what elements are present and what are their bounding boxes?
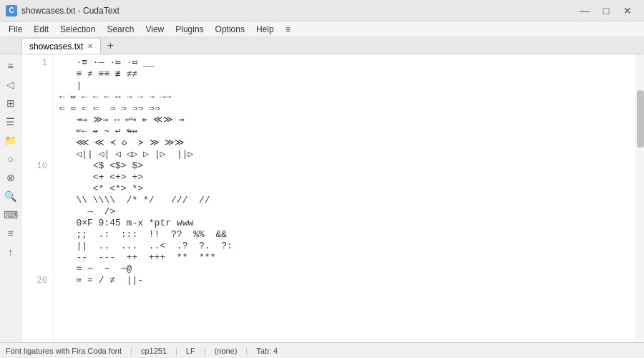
tab-close-icon[interactable]: ✕ bbox=[87, 42, 93, 50]
status-tab-info: Tab: 4 bbox=[256, 347, 278, 355]
line-number bbox=[24, 263, 47, 275]
code-line: | bbox=[59, 80, 630, 92]
line-number bbox=[24, 69, 47, 80]
sidebar: ≡ ◁ ⊞ ☰ 📁 ○ ⊗ 🔍 ⌨ ≡ ↑ bbox=[0, 54, 21, 342]
statusbar: Font ligatures with Fira Coda font | cp1… bbox=[0, 342, 644, 358]
code-line: \\ \\\\ /* */ /// // bbox=[59, 195, 630, 206]
status-encoding: cp1251 bbox=[141, 347, 167, 355]
line-number bbox=[24, 172, 47, 183]
menu-item-selection[interactable]: Selection bbox=[54, 23, 101, 36]
menu-item-search[interactable]: Search bbox=[101, 23, 140, 36]
line-number bbox=[24, 309, 47, 321]
menu-item-plugins[interactable]: Plugins bbox=[170, 23, 209, 36]
window-controls: — □ ✕ bbox=[574, 0, 638, 21]
maximize-button[interactable]: □ bbox=[595, 0, 617, 21]
code-line: -- --- ++ +++ ** *** bbox=[59, 252, 630, 263]
sidebar-icon-back[interactable]: ◁ bbox=[2, 76, 19, 93]
code-line: ⋘ ≪ ≺ ◇ ≻ ≫ ≫≫ bbox=[59, 137, 630, 149]
line-number bbox=[24, 80, 47, 92]
code-line: ≃ ≈ / ≠ ||- bbox=[59, 275, 630, 286]
code-line: ⇥⇒ ≫⇒ ↔ ↩↪ ↞ ≪≫ ⇝ bbox=[59, 115, 630, 126]
line-number bbox=[24, 103, 47, 115]
line-number bbox=[24, 149, 47, 160]
line-number bbox=[24, 126, 47, 137]
scrollbar-thumb[interactable] bbox=[637, 90, 644, 147]
code-line: ← ↚ ← ← ← ↔ → → → →→ bbox=[59, 92, 630, 103]
sidebar-icon-keyboard[interactable]: ⌨ bbox=[2, 206, 19, 223]
line-number bbox=[24, 218, 47, 229]
tab-showcases[interactable]: showcases.txt ✕ bbox=[21, 38, 101, 54]
tabbar: showcases.txt ✕ + bbox=[0, 37, 644, 54]
menu-item-[interactable]: ≡ bbox=[280, 23, 296, 36]
status-line-ending: LF bbox=[186, 347, 195, 355]
line-number bbox=[24, 286, 47, 298]
sidebar-icon-grid[interactable]: ⊞ bbox=[2, 95, 19, 112]
line-number bbox=[24, 183, 47, 195]
sidebar-icon-folder[interactable]: 📁 bbox=[2, 132, 19, 149]
line-number: 10 bbox=[24, 160, 47, 172]
menu-item-edit[interactable]: Edit bbox=[28, 23, 54, 36]
code-line: ·≡ ·— ·≔ ·≕ __ bbox=[59, 57, 630, 69]
code-line: <* <*> *> bbox=[59, 183, 630, 195]
sidebar-icon-search[interactable]: 🔍 bbox=[2, 188, 19, 205]
minimize-button[interactable]: — bbox=[574, 0, 595, 21]
line-number bbox=[24, 137, 47, 149]
sidebar-icon-up[interactable]: ↑ bbox=[2, 243, 19, 261]
line-number bbox=[24, 252, 47, 263]
app-icon: C bbox=[6, 5, 17, 16]
line-number bbox=[24, 241, 47, 252]
code-line: ↜← ↚ ~ ↩ ↬↭ bbox=[59, 126, 630, 137]
code-editor[interactable]: ·≡ ·— ·≔ ·≕ __ ≡ ≠ ≡≡ ≢ ≠≠ |← ↚ ← ← ← ↔ … bbox=[54, 54, 635, 342]
menu-item-file[interactable]: File bbox=[3, 23, 28, 36]
line-number bbox=[24, 298, 47, 309]
line-number bbox=[24, 332, 47, 342]
sidebar-icon-lines[interactable]: ≡ bbox=[2, 225, 19, 242]
line-number bbox=[24, 321, 47, 332]
line-numbers: 11020 bbox=[21, 54, 54, 342]
editor-container: 11020 ·≡ ·— ·≔ ·≕ __ ≡ ≠ ≡≡ ≢ ≠≠ |← ↚ ← … bbox=[21, 54, 644, 342]
sidebar-icon-list[interactable]: ☰ bbox=[2, 113, 19, 130]
code-line: ⇐ ⇍ ⇐ ⇐ ⇒ ⇒ ⇒⇒ ⇒⇒ bbox=[59, 103, 630, 115]
menu-item-help[interactable]: Help bbox=[250, 23, 280, 36]
code-line: || .. ... ..< .? ?. ?: bbox=[59, 241, 630, 252]
code-line: <+ <+> +> bbox=[59, 172, 630, 183]
tab-label: showcases.txt bbox=[29, 42, 83, 52]
code-line: ◁|| ◁| ◁ ◁▷ ▷ |▷ ||▷ bbox=[59, 149, 630, 160]
close-button[interactable]: ✕ bbox=[617, 0, 638, 21]
code-line: 0×F 9:45 m-x *ptr www bbox=[59, 218, 630, 229]
menu-item-options[interactable]: Options bbox=[210, 23, 250, 36]
line-number: 20 bbox=[24, 275, 47, 286]
line-number bbox=[24, 229, 47, 241]
line-number: 1 bbox=[24, 57, 47, 69]
sidebar-icon-x[interactable]: ⊗ bbox=[2, 169, 19, 186]
code-line: → /> bbox=[59, 206, 630, 218]
line-number bbox=[24, 115, 47, 126]
code-line: ;; .: ::: !! ?? %% && bbox=[59, 229, 630, 241]
line-number bbox=[24, 195, 47, 206]
code-line: <$ <$> $> bbox=[59, 160, 630, 172]
line-number bbox=[24, 206, 47, 218]
scrollbar[interactable] bbox=[635, 54, 644, 342]
sidebar-icon-circle[interactable]: ○ bbox=[2, 150, 19, 168]
sidebar-icon-menu[interactable]: ≡ bbox=[2, 57, 19, 74]
status-font-info: Font ligatures with Fira Coda font bbox=[6, 347, 122, 355]
titlebar: C showcases.txt - CudaText — □ ✕ bbox=[0, 0, 644, 21]
code-line: ≈ ~ ~ ~@ bbox=[59, 263, 630, 275]
window-title: showcases.txt - CudaText bbox=[21, 6, 574, 16]
code-line: ≡ ≠ ≡≡ ≢ ≠≠ bbox=[59, 69, 630, 80]
menu-item-view[interactable]: View bbox=[140, 23, 170, 36]
line-number bbox=[24, 92, 47, 103]
menubar: FileEditSelectionSearchViewPluginsOption… bbox=[0, 21, 644, 37]
tab-add-button[interactable]: + bbox=[102, 38, 118, 54]
status-syntax: (none) bbox=[215, 347, 238, 355]
